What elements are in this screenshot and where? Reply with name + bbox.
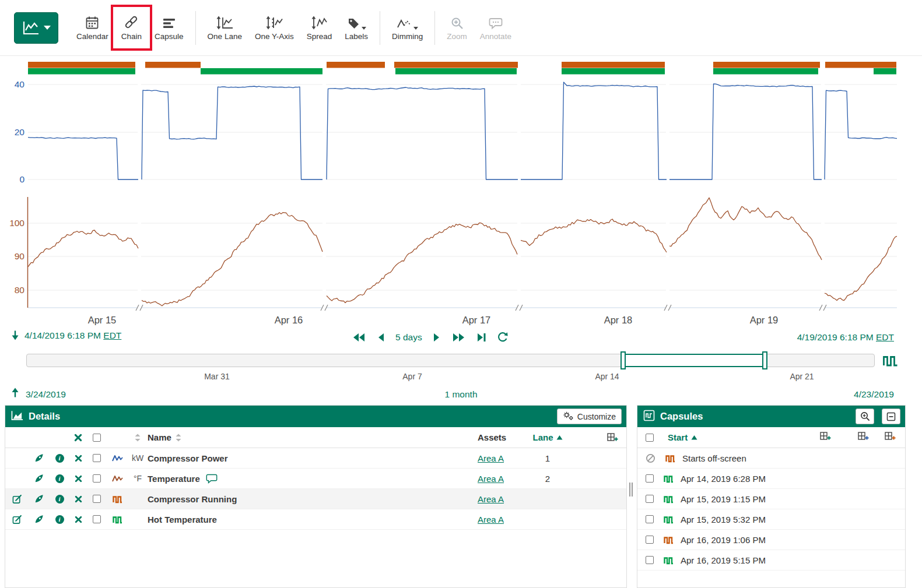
info-icon[interactable]: i bbox=[55, 474, 64, 483]
capsules-collapse-button[interactable] bbox=[882, 409, 900, 424]
remove-icon[interactable] bbox=[75, 495, 82, 503]
rocket-icon[interactable] bbox=[34, 453, 44, 463]
row-checkbox[interactable] bbox=[646, 556, 654, 564]
edit-icon[interactable] bbox=[12, 494, 22, 504]
row-checkbox[interactable] bbox=[646, 474, 654, 483]
row-checkbox[interactable] bbox=[93, 515, 101, 523]
dimming-button[interactable]: Dimming bbox=[385, 11, 429, 44]
lane-column-header[interactable]: Lane bbox=[524, 432, 571, 442]
zoom-button[interactable]: Zoom bbox=[440, 11, 474, 44]
add-column-button[interactable] bbox=[571, 432, 626, 442]
sort-asc-icon bbox=[556, 435, 563, 440]
select-all-checkbox[interactable] bbox=[93, 434, 101, 442]
capsules-zoom-button[interactable] bbox=[856, 409, 874, 424]
zoom-label: Zoom bbox=[447, 33, 467, 41]
table-plus-icon bbox=[858, 431, 869, 441]
step-back-half-icon[interactable] bbox=[352, 332, 366, 343]
asset-link[interactable]: Area A bbox=[478, 453, 504, 463]
duration-label[interactable]: 5 days bbox=[395, 332, 422, 343]
calendar-button[interactable]: Calendar bbox=[70, 11, 115, 44]
capsule-row[interactable]: Apr 15, 2019 5:32 PM bbox=[637, 509, 905, 530]
condition-icon bbox=[664, 474, 674, 484]
details-row[interactable]: i°FTemperatureArea A2 bbox=[5, 469, 626, 489]
capsule-row[interactable]: Apr 16, 2019 1:06 PM bbox=[637, 530, 905, 550]
rocket-icon[interactable] bbox=[34, 515, 44, 524]
capsule-row[interactable]: Starts off-screen bbox=[637, 448, 905, 469]
rocket-icon[interactable] bbox=[34, 474, 44, 483]
step-back-icon[interactable] bbox=[377, 332, 385, 343]
investigate-up-arrow-icon[interactable] bbox=[10, 387, 20, 400]
capsule-start: Starts off-screen bbox=[682, 453, 746, 463]
rocket-icon[interactable] bbox=[34, 494, 44, 504]
details-row[interactable]: iCompressor RunningArea A bbox=[5, 489, 626, 509]
trend-chart-icon bbox=[22, 20, 40, 36]
row-checkbox[interactable] bbox=[646, 495, 654, 503]
investigate-down-arrow-icon[interactable] bbox=[10, 330, 20, 341]
table-plus-icon bbox=[820, 431, 831, 441]
step-forward-half-icon[interactable] bbox=[451, 332, 465, 343]
timezone-link[interactable]: EDT bbox=[103, 330, 121, 340]
capsule-row[interactable]: Apr 15, 2019 1:15 PM bbox=[637, 489, 905, 509]
chain-icon bbox=[124, 15, 139, 30]
chain-button[interactable]: Chain bbox=[115, 11, 148, 44]
add-column-properties-button[interactable] bbox=[885, 431, 896, 443]
customize-button[interactable]: Customize bbox=[557, 409, 622, 424]
row-checkbox[interactable] bbox=[93, 474, 101, 483]
signal-icon bbox=[112, 474, 123, 483]
name-column-header[interactable]: Name bbox=[148, 432, 478, 442]
chevron-down-icon bbox=[44, 26, 51, 30]
assets-column-header[interactable]: Assets bbox=[478, 432, 524, 442]
spread-button[interactable]: Spread bbox=[300, 11, 339, 44]
add-column-button[interactable] bbox=[820, 431, 831, 443]
remove-all-icon[interactable] bbox=[69, 434, 87, 442]
capsule-time-icon[interactable] bbox=[882, 353, 899, 370]
slider-selection[interactable] bbox=[623, 354, 765, 367]
annotate-button[interactable]: Annotate bbox=[474, 11, 518, 44]
info-icon[interactable]: i bbox=[55, 515, 64, 524]
remove-icon[interactable] bbox=[75, 475, 82, 483]
capsule-start: Apr 14, 2019 6:28 PM bbox=[681, 474, 766, 484]
details-row[interactable]: iHot TemperatureArea A bbox=[5, 509, 626, 530]
remove-icon[interactable] bbox=[75, 516, 82, 523]
row-checkbox[interactable] bbox=[646, 536, 654, 544]
table-plus-icon bbox=[885, 431, 896, 441]
y-axis-tick: 20 bbox=[15, 127, 25, 137]
step-forward-icon[interactable] bbox=[433, 332, 441, 343]
info-icon[interactable]: i bbox=[55, 495, 64, 504]
one-y-axis-button[interactable]: One Y-Axis bbox=[248, 11, 300, 44]
slider-handle-right[interactable] bbox=[762, 351, 767, 369]
capsule-row[interactable]: Apr 16, 2019 5:15 PM bbox=[637, 550, 905, 571]
select-all-checkbox[interactable] bbox=[646, 434, 654, 442]
spread-label: Spread bbox=[307, 33, 332, 41]
labels-label: Labels bbox=[345, 33, 368, 41]
slider-handle-left[interactable] bbox=[620, 351, 626, 369]
row-checkbox[interactable] bbox=[646, 515, 654, 523]
info-icon[interactable]: i bbox=[55, 454, 64, 463]
one-lane-button[interactable]: One Lane bbox=[201, 11, 248, 44]
signal-line bbox=[142, 213, 322, 306]
add-column-stats-button[interactable] bbox=[858, 431, 869, 443]
edit-icon[interactable] bbox=[12, 515, 22, 524]
asset-link[interactable]: Area A bbox=[478, 474, 504, 484]
refresh-icon[interactable] bbox=[497, 332, 509, 343]
asset-link[interactable]: Area A bbox=[478, 515, 504, 524]
capsule-bar bbox=[874, 68, 896, 75]
comment-icon[interactable] bbox=[206, 474, 218, 484]
timezone-link[interactable]: EDT bbox=[876, 332, 894, 342]
trend-view-button[interactable] bbox=[14, 12, 58, 44]
row-checkbox[interactable] bbox=[93, 495, 101, 503]
investigate-range-duration[interactable]: 1 month bbox=[444, 389, 477, 400]
details-row[interactable]: ikWCompressor PowerArea A1 bbox=[5, 448, 626, 469]
row-checkbox[interactable] bbox=[93, 454, 101, 462]
investigate-range-row: 3/24/2019 1 month 4/23/2019 bbox=[0, 386, 922, 403]
step-to-end-icon[interactable] bbox=[476, 332, 486, 343]
capsule-button[interactable]: Capsule bbox=[148, 11, 190, 44]
remove-icon[interactable] bbox=[75, 455, 82, 462]
asset-link[interactable]: Area A bbox=[478, 494, 504, 504]
panel-resize-handle[interactable] bbox=[629, 483, 634, 497]
capsule-row[interactable]: Apr 14, 2019 6:28 PM bbox=[637, 469, 905, 489]
gears-icon bbox=[563, 411, 574, 422]
labels-button[interactable]: Labels bbox=[338, 11, 374, 44]
sort-unit-icon[interactable] bbox=[128, 434, 148, 442]
start-column-header[interactable]: Start bbox=[668, 432, 697, 442]
